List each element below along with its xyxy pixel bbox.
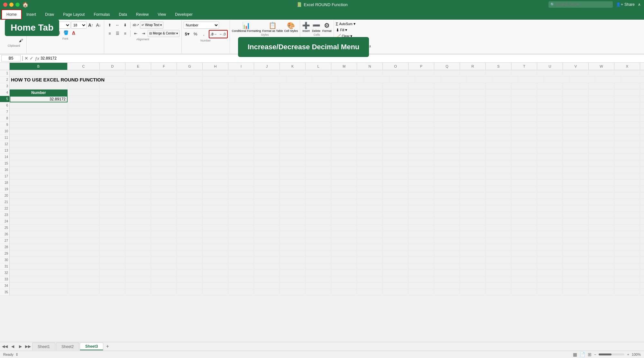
- grid-cell[interactable]: [228, 102, 254, 109]
- grid-cell[interactable]: [100, 270, 125, 276]
- grid-cell[interactable]: [254, 289, 280, 296]
- grid-cell[interactable]: [254, 270, 280, 276]
- grid-cell[interactable]: [280, 244, 306, 250]
- grid-cell[interactable]: [409, 70, 434, 77]
- grid-cell[interactable]: [486, 115, 511, 122]
- grid-cell[interactable]: [151, 244, 177, 250]
- grid-cell[interactable]: [254, 199, 280, 205]
- format-painter-button[interactable]: 🖌: [17, 37, 24, 44]
- grid-cell[interactable]: [177, 199, 203, 205]
- currency-button[interactable]: $▾: [184, 31, 191, 38]
- grid-cell[interactable]: [383, 141, 409, 147]
- page-layout-view-button[interactable]: 📄: [580, 352, 585, 357]
- grid-cell[interactable]: [537, 90, 563, 96]
- grid-cell[interactable]: [306, 154, 331, 160]
- grid-cell[interactable]: [409, 160, 434, 167]
- grid-cell[interactable]: [306, 160, 331, 167]
- grid-cell[interactable]: [486, 147, 511, 154]
- grid-cell[interactable]: [280, 238, 306, 244]
- grid-cell[interactable]: [280, 199, 306, 205]
- grid-cell[interactable]: [434, 154, 460, 160]
- grid-cell[interactable]: [563, 109, 589, 115]
- grid-cell[interactable]: [228, 154, 254, 160]
- grid-cell[interactable]: [68, 141, 100, 147]
- col-header-r[interactable]: R: [460, 63, 486, 70]
- grid-cell[interactable]: [409, 167, 434, 173]
- grid-cell[interactable]: [614, 212, 640, 218]
- grid-cell[interactable]: [125, 96, 151, 102]
- grid-cell[interactable]: [537, 147, 563, 154]
- tab-formulas[interactable]: Formulas: [89, 9, 114, 20]
- grid-cell[interactable]: [511, 244, 537, 250]
- grid-cell[interactable]: [254, 205, 280, 212]
- decrease-indent-button[interactable]: ⇤: [132, 30, 139, 37]
- grid-cell[interactable]: [100, 102, 125, 109]
- grid-cell[interactable]: [383, 154, 409, 160]
- grid-cell[interactable]: [563, 231, 589, 238]
- grid-cell[interactable]: [151, 250, 177, 257]
- grid-cell[interactable]: [228, 225, 254, 231]
- align-center-button[interactable]: ☰: [114, 30, 121, 37]
- grid-cell[interactable]: [254, 128, 280, 135]
- grid-cell[interactable]: [228, 283, 254, 289]
- autosum-button[interactable]: Σ AutoSum ▾: [336, 22, 355, 26]
- align-left-button[interactable]: ≡: [106, 30, 113, 37]
- grid-cell[interactable]: [68, 70, 100, 77]
- col-header-m[interactable]: M: [331, 63, 357, 70]
- tab-page-layout[interactable]: Page Layout: [59, 9, 89, 20]
- grid-cell[interactable]: [280, 173, 306, 180]
- grid-cell[interactable]: [151, 205, 177, 212]
- grid-cell[interactable]: [383, 90, 409, 96]
- grid-cell[interactable]: [306, 218, 331, 225]
- grid-cell[interactable]: [331, 193, 357, 199]
- grid-cell[interactable]: [68, 154, 100, 160]
- grid-cell[interactable]: [125, 160, 151, 167]
- grid-cell[interactable]: [100, 199, 125, 205]
- grid-cell[interactable]: [254, 257, 280, 263]
- grid-cell[interactable]: [486, 122, 511, 128]
- grid-cell[interactable]: [177, 115, 203, 122]
- grid-cell[interactable]: [460, 276, 486, 283]
- number-format-select[interactable]: Number: [184, 22, 219, 29]
- grid-cell[interactable]: [383, 283, 409, 289]
- grid-cell[interactable]: [280, 276, 306, 283]
- grid-cell[interactable]: [614, 180, 640, 186]
- grid-cell[interactable]: [460, 109, 486, 115]
- grid-cell[interactable]: [383, 250, 409, 257]
- grid-cell[interactable]: [640, 218, 644, 225]
- grid-cell[interactable]: [10, 180, 68, 186]
- grid-cell[interactable]: [537, 289, 563, 296]
- col-header-l[interactable]: L: [306, 63, 331, 70]
- grid-cell[interactable]: [306, 167, 331, 173]
- grid-cell[interactable]: [409, 109, 434, 115]
- grid-cell[interactable]: [563, 199, 589, 205]
- grid-cell[interactable]: [511, 238, 537, 244]
- grid-cell[interactable]: [486, 205, 511, 212]
- grid-cell[interactable]: [280, 231, 306, 238]
- grid-cell[interactable]: [203, 193, 228, 199]
- grid-cell[interactable]: [563, 263, 589, 270]
- col-header-c[interactable]: C: [68, 63, 100, 70]
- grid-cell[interactable]: [68, 147, 100, 154]
- grid-cell[interactable]: [125, 270, 151, 276]
- grid-cell[interactable]: [434, 283, 460, 289]
- sheet-nav-first[interactable]: ◀◀: [1, 343, 8, 350]
- col-header-u[interactable]: U: [537, 63, 563, 70]
- grid-cell[interactable]: [125, 135, 151, 141]
- grid-cell[interactable]: [203, 173, 228, 180]
- grid-cell[interactable]: [434, 173, 460, 180]
- grid-cell[interactable]: [614, 70, 640, 77]
- grid-cell[interactable]: [383, 102, 409, 109]
- grid-cell[interactable]: [537, 173, 563, 180]
- grid-cell[interactable]: [100, 135, 125, 141]
- grid-cell[interactable]: [434, 186, 460, 193]
- grid-cell[interactable]: [486, 199, 511, 205]
- grid-cell[interactable]: [383, 122, 409, 128]
- grid-cell[interactable]: [383, 135, 409, 141]
- grid-cell[interactable]: [306, 205, 331, 212]
- grid-cell[interactable]: [331, 238, 357, 244]
- grid-cell[interactable]: [544, 77, 569, 83]
- grid-cell[interactable]: [306, 128, 331, 135]
- grid-cell[interactable]: [409, 289, 434, 296]
- grid-cell[interactable]: [10, 102, 68, 109]
